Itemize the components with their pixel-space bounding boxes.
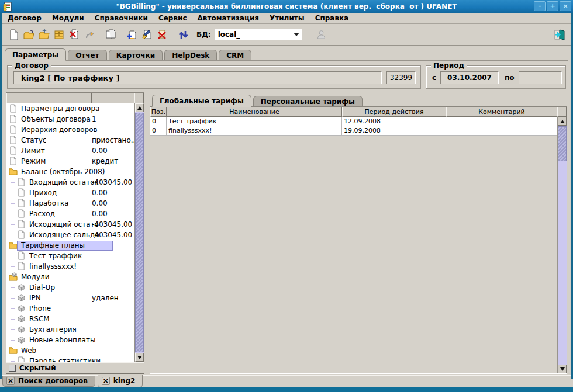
table-scrollbar[interactable] bbox=[557, 117, 567, 373]
box-icon bbox=[17, 335, 26, 345]
tree-connector bbox=[6, 314, 16, 324]
tab-3[interactable]: Карточки bbox=[109, 50, 163, 60]
scroll-down-icon[interactable] bbox=[135, 353, 144, 362]
table-cell: 12.09.2008- bbox=[342, 117, 446, 126]
tree-item[interactable]: Тест-траффик bbox=[6, 251, 134, 261]
minimize-button[interactable]: – bbox=[534, 1, 546, 11]
tree-item[interactable]: Web bbox=[6, 345, 134, 356]
add-contract-icon[interactable] bbox=[125, 27, 139, 41]
tree-connector bbox=[6, 303, 16, 314]
tree-connector bbox=[6, 335, 16, 345]
tree-item[interactable]: Статусприостано... bbox=[6, 135, 134, 145]
tab-1[interactable]: Параметры bbox=[5, 48, 66, 61]
archive-icon[interactable] bbox=[52, 27, 66, 41]
menu-item-3[interactable]: Справочники bbox=[89, 13, 153, 23]
tab-5[interactable]: CRM bbox=[219, 50, 251, 60]
close-button[interactable]: × bbox=[560, 1, 571, 11]
tree-item[interactable]: Модули bbox=[6, 272, 134, 282]
bottom-tab-2[interactable]: ×king2 bbox=[98, 375, 143, 387]
column-header-4[interactable]: Комментарий bbox=[446, 107, 557, 117]
tariff-tab-1[interactable]: Глобальные тарифы bbox=[152, 95, 251, 107]
maximize-button[interactable]: + bbox=[547, 1, 558, 11]
tree-item[interactable]: RSCM bbox=[6, 314, 134, 324]
page-icon bbox=[17, 230, 26, 240]
menu-item-2[interactable]: Модули bbox=[47, 13, 89, 23]
menu-item-6[interactable]: Утилиты bbox=[264, 13, 310, 23]
table-cell: 0 bbox=[150, 126, 167, 135]
tree-item[interactable]: Dial-Up bbox=[6, 282, 134, 293]
tree-item[interactable]: Расход0.00 bbox=[6, 209, 134, 219]
tree-item[interactable]: Новые абонплаты bbox=[6, 335, 134, 345]
hidden-checkbox[interactable] bbox=[9, 365, 16, 372]
new-document-icon[interactable] bbox=[6, 27, 20, 41]
tree-header-col2[interactable] bbox=[92, 93, 134, 103]
tree-scrollbar-thumb[interactable] bbox=[135, 113, 144, 352]
chevron-down-icon[interactable] bbox=[291, 29, 302, 40]
tariff-table-header: Поз.НаименованиеПериод действияКомментар… bbox=[150, 107, 567, 117]
db-combobox[interactable]: local_ bbox=[215, 29, 302, 40]
tariff-tab-2[interactable]: Персональные тарифы bbox=[253, 96, 363, 106]
tree-item[interactable]: IPNудален bbox=[6, 293, 134, 303]
scroll-up-icon[interactable] bbox=[558, 117, 567, 126]
tree-item[interactable]: Phone bbox=[6, 303, 134, 314]
open-folder-icon[interactable] bbox=[37, 27, 51, 41]
delete-contract-icon[interactable] bbox=[155, 27, 169, 41]
column-header-3[interactable]: Период действия bbox=[342, 107, 446, 117]
table-cell: 0 bbox=[150, 117, 167, 126]
tree-item-label: Dial-Up bbox=[29, 283, 55, 292]
tree-body: Параметры договораОбъекты договора1Иерар… bbox=[6, 103, 134, 362]
menu-item-7[interactable]: Справка bbox=[310, 13, 354, 23]
tree-item[interactable]: Объекты договора1 bbox=[6, 114, 134, 124]
table-scrollbar-thumb[interactable] bbox=[558, 126, 567, 161]
menu-item-1[interactable]: Договор bbox=[2, 13, 47, 23]
tree-scrollbar[interactable] bbox=[134, 103, 144, 362]
tree-header-col1[interactable] bbox=[6, 93, 92, 103]
open-contract-icon[interactable] bbox=[22, 27, 36, 41]
column-header-2[interactable]: Наименование bbox=[167, 107, 342, 117]
close-icon[interactable]: × bbox=[6, 377, 15, 385]
tree-item[interactable]: Пароль статистики bbox=[6, 356, 134, 362]
tree-item[interactable]: Лимит0.00 bbox=[6, 145, 134, 156]
table-row[interactable]: 0finallysssxxx!19.09.2008- bbox=[150, 126, 567, 136]
tree-item[interactable]: Параметры договора bbox=[6, 103, 134, 114]
tree-item[interactable]: Бухгалтерия bbox=[6, 324, 134, 335]
exit-icon[interactable] bbox=[553, 27, 567, 41]
contract-group-label: Договор bbox=[12, 61, 51, 70]
app-window: "BGBilling" - универсальная биллинговая … bbox=[0, 0, 573, 392]
table-row[interactable]: 0Тест-траффик12.09.2008- bbox=[150, 117, 567, 126]
copy-document-icon[interactable] bbox=[103, 27, 118, 41]
edit-contract-icon[interactable] bbox=[140, 27, 154, 41]
close-icon[interactable]: × bbox=[102, 377, 110, 385]
tree-item-label: Баланс (октябрь 2008) bbox=[21, 168, 105, 176]
tree-item[interactable]: Исходящий остато-403045.00 bbox=[6, 219, 134, 230]
tree-connector bbox=[6, 230, 16, 240]
page-icon bbox=[17, 220, 26, 229]
menu-item-5[interactable]: Автоматизация bbox=[192, 13, 264, 23]
bottom-tab-1[interactable]: ×Поиск договоров bbox=[2, 376, 95, 387]
period-from-field[interactable]: 03.10.2007 bbox=[440, 71, 499, 84]
contract-name-field[interactable]: king2 [ По траффику ] bbox=[13, 71, 382, 84]
delete-document-icon[interactable] bbox=[67, 27, 81, 41]
period-to-label: по bbox=[505, 74, 515, 82]
scroll-down-icon[interactable] bbox=[558, 365, 567, 373]
tree-item[interactable]: Тарифные планы bbox=[6, 240, 134, 251]
tab-2[interactable]: Отчет bbox=[68, 50, 107, 60]
tree-item[interactable]: Режимкредит bbox=[6, 156, 134, 166]
column-header-1[interactable]: Поз. bbox=[150, 107, 167, 117]
menu-item-4[interactable]: Сервис bbox=[153, 13, 192, 23]
tree-item[interactable]: Наработка0.00 bbox=[6, 198, 134, 209]
tree-item[interactable]: finallysssxxx! bbox=[6, 261, 134, 272]
tree-item[interactable]: Входящий остаток-403045.00 bbox=[6, 177, 134, 188]
tab-4[interactable]: HelpDesk bbox=[164, 50, 217, 60]
tree-item[interactable]: Приход0.00 bbox=[6, 188, 134, 198]
undo-arrow-icon[interactable] bbox=[82, 27, 96, 41]
tree-item[interactable]: Исходящее сальдо-403045.00 bbox=[6, 230, 134, 240]
period-to-field[interactable] bbox=[519, 71, 562, 84]
tree-connector bbox=[6, 261, 16, 272]
tree-item[interactable]: Баланс (октябрь 2008) bbox=[6, 166, 134, 177]
table-cell bbox=[446, 117, 557, 126]
page-icon bbox=[9, 136, 18, 145]
scroll-up-icon[interactable] bbox=[135, 103, 144, 112]
tree-item[interactable]: Иерархия договоров bbox=[6, 124, 134, 135]
refresh-icon[interactable] bbox=[176, 27, 190, 41]
